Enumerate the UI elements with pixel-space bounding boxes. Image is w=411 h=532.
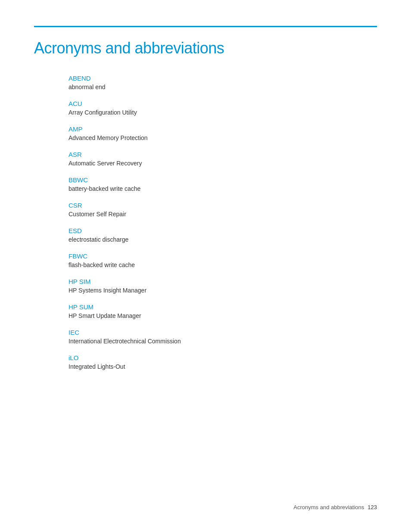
page-title: Acronyms and abbreviations bbox=[34, 39, 377, 57]
footer-page-number: 123 bbox=[367, 504, 377, 510]
acronym-term: AMP bbox=[68, 125, 377, 133]
list-item: CSRCustomer Self Repair bbox=[68, 202, 377, 218]
acronym-definition: HP Systems Insight Manager bbox=[68, 287, 377, 294]
list-item: HP SIMHP Systems Insight Manager bbox=[68, 278, 377, 294]
acronym-term: iLO bbox=[68, 354, 377, 361]
list-item: FBWCflash-backed write cache bbox=[68, 252, 377, 268]
acronym-term: HP SIM bbox=[68, 278, 377, 285]
acronym-definition: Integrated Lights-Out bbox=[68, 363, 377, 370]
acronym-term: ESD bbox=[68, 227, 377, 234]
acronym-term: HP SUM bbox=[68, 303, 377, 311]
acronym-term: ABEND bbox=[68, 75, 377, 82]
acronym-list: ABENDabnormal endACUArray Configuration … bbox=[68, 75, 377, 370]
acronym-term: BBWC bbox=[68, 176, 377, 184]
acronym-definition: battery-backed write cache bbox=[68, 185, 377, 192]
list-item: IECInternational Electrotechnical Commis… bbox=[68, 329, 377, 345]
list-item: iLOIntegrated Lights-Out bbox=[68, 354, 377, 370]
acronym-term: FBWC bbox=[68, 252, 377, 260]
acronym-definition: Array Configuration Utility bbox=[68, 109, 377, 116]
acronym-definition: abnormal end bbox=[68, 84, 377, 90]
acronym-definition: International Electrotechnical Commissio… bbox=[68, 338, 377, 345]
acronym-definition: Advanced Memory Protection bbox=[68, 134, 377, 141]
footer-label: Acronyms and abbreviations bbox=[293, 504, 364, 510]
acronym-definition: Customer Self Repair bbox=[68, 211, 377, 218]
acronym-term: ASR bbox=[68, 151, 377, 158]
list-item: BBWCbattery-backed write cache bbox=[68, 176, 377, 192]
top-border bbox=[34, 26, 377, 27]
acronym-definition: HP Smart Update Manager bbox=[68, 312, 377, 319]
acronym-term: ACU bbox=[68, 100, 377, 107]
list-item: AMPAdvanced Memory Protection bbox=[68, 125, 377, 141]
list-item: HP SUMHP Smart Update Manager bbox=[68, 303, 377, 319]
list-item: ASRAutomatic Server Recovery bbox=[68, 151, 377, 167]
acronym-definition: Automatic Server Recovery bbox=[68, 160, 377, 167]
list-item: ACUArray Configuration Utility bbox=[68, 100, 377, 116]
acronym-definition: electrostatic discharge bbox=[68, 236, 377, 243]
acronym-term: CSR bbox=[68, 202, 377, 209]
list-item: ESDelectrostatic discharge bbox=[68, 227, 377, 243]
page-footer: Acronyms and abbreviations 123 bbox=[293, 504, 377, 510]
acronym-definition: flash-backed write cache bbox=[68, 261, 377, 268]
acronym-term: IEC bbox=[68, 329, 377, 336]
list-item: ABENDabnormal end bbox=[68, 75, 377, 90]
page-container: Acronyms and abbreviations ABENDabnormal… bbox=[0, 0, 411, 532]
